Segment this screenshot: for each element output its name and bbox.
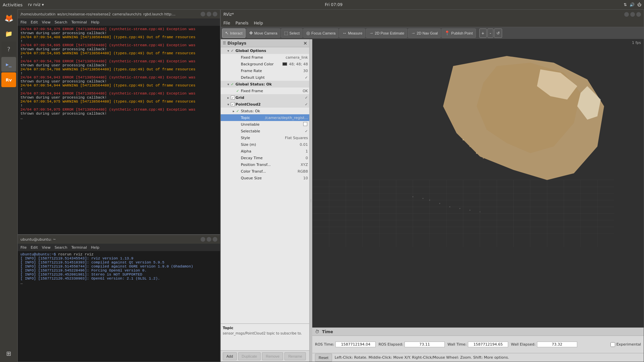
rviz-title: RViz* bbox=[223, 12, 234, 17]
tree-pc-status[interactable]: ▸ ✓ Status: Ok bbox=[221, 108, 309, 114]
tree-pc-position-tf[interactable]: Position Transf... XYZ bbox=[221, 161, 309, 168]
svg-point-37 bbox=[439, 203, 440, 204]
displays-remove-button[interactable]: Remove bbox=[262, 352, 283, 360]
terminal-top-minimize[interactable] bbox=[201, 12, 205, 16]
panel-divider[interactable]: ⋮ bbox=[310, 39, 312, 362]
toolbar-select-label: Select bbox=[289, 31, 300, 35]
terminal-bottom-menu-edit[interactable]: Edit bbox=[31, 245, 38, 250]
expand-global-status[interactable]: ▾ bbox=[227, 82, 231, 86]
volume-icon: 🔊 bbox=[630, 2, 635, 7]
toolbar-reset[interactable]: ↺ bbox=[494, 28, 502, 38]
terminal-top-menubar: File Edit View Search Terminal Help bbox=[18, 18, 220, 26]
toolbar-publish-point[interactable]: 📍 Publish Point bbox=[441, 28, 476, 38]
displays-duplicate-button[interactable]: Duplicate bbox=[238, 352, 261, 360]
tree-global-options[interactable]: ▾ ✓ Global Options bbox=[221, 47, 309, 54]
terminal-top-menu-view[interactable]: View bbox=[42, 20, 51, 24]
system-bar-left: Activities rv rviz ▾ bbox=[3, 2, 44, 7]
terminal-top-menu-search[interactable]: Search bbox=[55, 20, 67, 24]
tree-status-fixed-frame[interactable]: ✓ Fixed Frame OK bbox=[221, 87, 309, 94]
expand-pointcloud2[interactable]: ▾ bbox=[227, 103, 231, 106]
terminal-bottom-menu-view[interactable]: View bbox=[42, 245, 51, 250]
terminal-top-menu-terminal[interactable]: Terminal bbox=[71, 20, 87, 24]
tree-pc-topic[interactable]: Topic /camera/depth_regist... bbox=[221, 114, 309, 121]
terminal-bottom-maximize[interactable] bbox=[207, 237, 211, 242]
toolbar-pose-estimate[interactable]: → 2D Pose Estimate bbox=[366, 28, 407, 38]
ros-time-value: 1587712194.04 bbox=[335, 342, 376, 347]
displays-rename-button[interactable]: Rename bbox=[284, 352, 306, 360]
toolbar-remove-display[interactable]: - bbox=[487, 28, 494, 38]
rviz-maximize[interactable] bbox=[630, 12, 635, 17]
tree-pointcloud2[interactable]: ▾ ✓ PointCloud2 ✓ bbox=[221, 101, 309, 108]
terminal-bottom-menu-search[interactable]: Search bbox=[55, 245, 67, 250]
tree-pc-size[interactable]: Size (m) 0.01 bbox=[221, 141, 309, 148]
toolbar-nav-goal[interactable]: → 2D Nav Goal bbox=[408, 28, 441, 38]
terminal-top-controls bbox=[201, 12, 217, 16]
terminal-bottom-menu-file[interactable]: File bbox=[20, 245, 26, 250]
activities-label[interactable]: Activities bbox=[3, 2, 22, 7]
tree-pc-queue-size[interactable]: Queue Size 10 bbox=[221, 175, 309, 181]
time-panel: ROS Time: 1587712194.04 ROS Elapsed: 73.… bbox=[312, 336, 644, 353]
experimental-label: Experimental bbox=[616, 342, 641, 347]
time-panel-header: ⏱ Time bbox=[312, 327, 644, 336]
tree-pc-alpha[interactable]: Alpha 1 bbox=[221, 148, 309, 155]
rviz-menu-help[interactable]: Help bbox=[254, 21, 263, 25]
tree-pc-unreliable[interactable]: Unreliable bbox=[221, 121, 309, 128]
displays-close-button[interactable]: ✕ bbox=[303, 41, 307, 46]
terminal-bottom-menu-terminal[interactable]: Terminal bbox=[71, 245, 87, 250]
tree-pc-decay-time[interactable]: Decay Time 0 bbox=[221, 155, 309, 161]
terminal-line: [ INFO] [1587712119.545228496]: Forcing … bbox=[20, 268, 217, 273]
terminal-line: 24/04 07:09:54,408 WARNING [547138564480… bbox=[20, 35, 217, 39]
tree-grid[interactable]: ▸ ✓ Grid ✓ bbox=[221, 94, 309, 101]
activity-rviz[interactable]: Rv bbox=[1, 72, 16, 87]
activity-apps[interactable]: ⊞ bbox=[1, 346, 16, 361]
rviz-close[interactable] bbox=[636, 12, 641, 17]
terminal-bottom-menu-help[interactable]: Help bbox=[91, 245, 99, 250]
activity-firefox[interactable]: 🦊 bbox=[1, 11, 16, 25]
activity-help[interactable]: ? bbox=[1, 42, 16, 56]
svg-point-35 bbox=[452, 122, 454, 124]
toolbar-move-camera[interactable]: ✥ Move Camera bbox=[246, 28, 280, 38]
displays-info-text: sensor_msgs/PointCloud2 topic to subscri… bbox=[223, 331, 307, 335]
tree-pc-color-tf[interactable]: Color Transf... RGB8 bbox=[221, 168, 309, 175]
rviz-minimize[interactable] bbox=[624, 12, 629, 17]
tree-default-light[interactable]: Default Light ✓ bbox=[221, 74, 309, 81]
terminal-top-menu-edit[interactable]: Edit bbox=[31, 20, 38, 24]
rviz-menu-panels[interactable]: Panels bbox=[235, 21, 249, 25]
expand-global-options[interactable]: ▾ bbox=[227, 49, 231, 53]
interact-icon: ↖ bbox=[225, 31, 229, 36]
wall-time-section: Wall Time: 1587712194.65 bbox=[447, 342, 508, 347]
terminal-top-menu-file[interactable]: File bbox=[20, 20, 26, 24]
terminal-line: 24/04 07:09:54,975 WARNING [547138564480… bbox=[20, 100, 217, 104]
toolbar-focus-label: Focus Camera bbox=[311, 31, 335, 35]
toolbar-add-display[interactable]: + bbox=[479, 28, 487, 38]
viewport-3d[interactable]: 1 fps bbox=[312, 39, 644, 327]
toolbar-focus-camera[interactable]: ◎ Focus Camera bbox=[303, 28, 338, 38]
terminal-bottom-minimize[interactable] bbox=[201, 237, 205, 242]
tree-background-color[interactable]: Background Color 48; 48; 48 bbox=[221, 61, 309, 67]
toolbar-select[interactable]: ⬚ Select bbox=[281, 28, 303, 38]
displays-add-button[interactable]: Add bbox=[223, 352, 237, 360]
terminal-top-menu-help[interactable]: Help bbox=[91, 20, 99, 24]
terminal-top-maximize[interactable] bbox=[207, 12, 211, 16]
rviz-menu-file[interactable]: File bbox=[223, 21, 230, 25]
tree-fixed-frame[interactable]: Fixed Frame camera_link bbox=[221, 54, 309, 61]
rviz-controls bbox=[624, 12, 641, 17]
rviz-app-label[interactable]: rv rviz ▾ bbox=[28, 2, 44, 7]
ros-time-label: ROS Time: bbox=[315, 342, 334, 347]
tree-pc-style[interactable]: Style Flat Squares bbox=[221, 134, 309, 141]
wall-time-label: Wall Time: bbox=[447, 342, 467, 347]
tree-pc-selectable[interactable]: Selectable ✓ bbox=[221, 128, 309, 134]
experimental-checkbox[interactable] bbox=[610, 342, 615, 347]
tree-frame-rate[interactable]: Frame Rate 30 bbox=[221, 67, 309, 74]
tree-global-status[interactable]: ▾ ✓ Global Status: Ok bbox=[221, 81, 309, 87]
terminal-bottom-close[interactable] bbox=[213, 237, 217, 242]
pose-estimate-icon: → bbox=[369, 31, 373, 36]
terminal-line: 24/04 07:09:54,944 ERROR [547138564480] … bbox=[20, 92, 217, 96]
activity-terminal[interactable]: ▶_ bbox=[1, 57, 16, 72]
terminal-top-close[interactable] bbox=[213, 12, 217, 16]
activity-files[interactable]: 📁 bbox=[1, 26, 16, 41]
expand-grid[interactable]: ▸ bbox=[227, 96, 231, 100]
reset-button[interactable]: Reset bbox=[315, 354, 332, 362]
toolbar-interact[interactable]: ↖ Interact bbox=[222, 28, 246, 38]
toolbar-measure[interactable]: ↔ Measure bbox=[339, 28, 365, 38]
